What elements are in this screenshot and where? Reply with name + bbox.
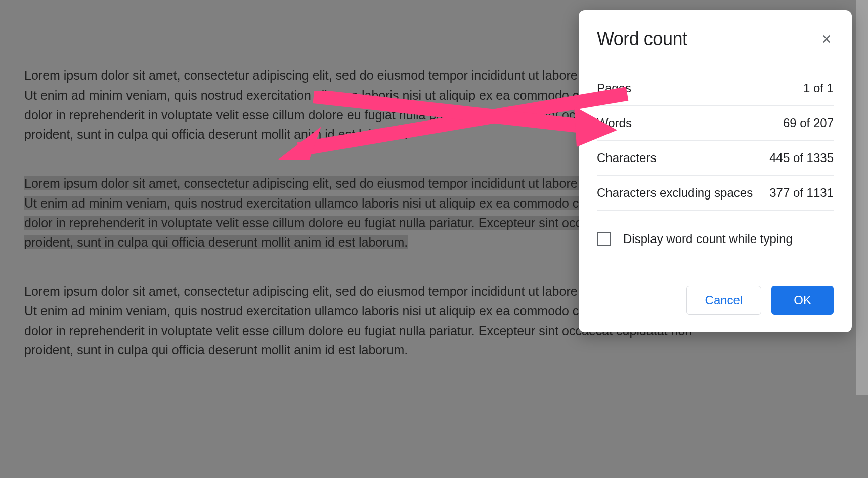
stat-label: Characters [597,151,656,165]
stat-characters-no-spaces: Characters excluding spaces 377 of 1131 [597,176,834,211]
ok-button[interactable]: OK [771,286,834,315]
stat-label: Words [597,116,632,130]
stat-value: 1 of 1 [803,81,834,95]
checkbox-label: Display word count while typing [623,232,793,246]
close-icon[interactable] [819,32,834,46]
display-while-typing-checkbox[interactable] [597,232,611,246]
stat-value: 69 of 207 [783,116,834,130]
stat-label: Pages [597,81,631,95]
cancel-button[interactable]: Cancel [686,286,762,315]
stat-value: 377 of 1131 [769,186,834,200]
stat-words: Words 69 of 207 [597,106,834,141]
stat-value: 445 of 1335 [769,151,834,165]
stat-pages: Pages 1 of 1 [597,71,834,106]
dialog-title: Word count [597,28,687,50]
stat-characters: Characters 445 of 1335 [597,141,834,176]
stat-label: Characters excluding spaces [597,186,753,200]
word-count-dialog: Word count Pages 1 of 1 Words 69 of 207 … [579,10,852,332]
page-edge [856,0,868,395]
